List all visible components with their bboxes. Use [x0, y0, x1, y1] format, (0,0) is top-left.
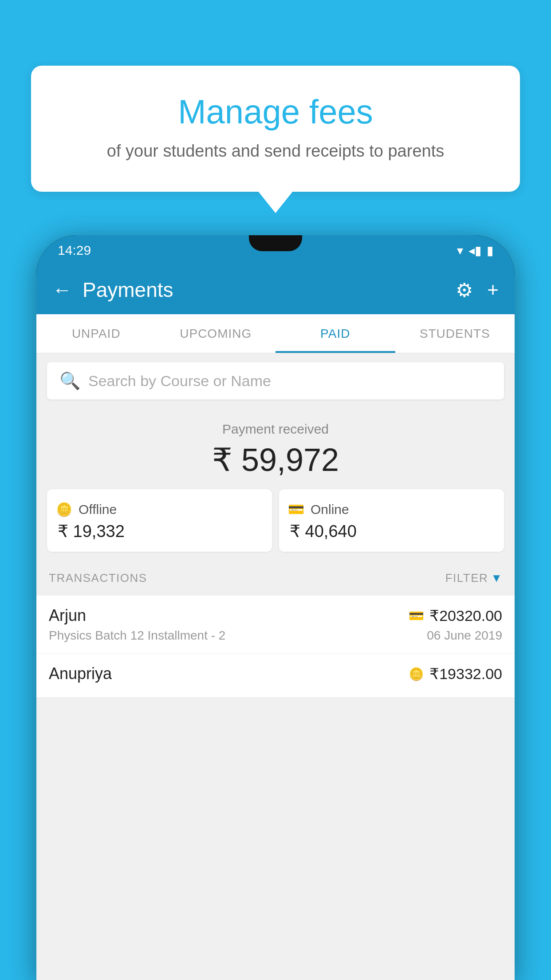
bubble-title: Manage fees — [53, 92, 498, 131]
transactions-label: TRANSACTIONS — [49, 571, 147, 585]
table-row[interactable]: Arjun 💳 ₹20320.00 Physics Batch 12 Insta… — [36, 596, 515, 654]
online-label: Online — [311, 502, 349, 517]
online-amount: ₹ 40,640 — [288, 522, 495, 541]
offline-amount: ₹ 19,332 — [56, 522, 263, 541]
filter-section[interactable]: FILTER ▼ — [445, 571, 502, 585]
tab-upcoming[interactable]: UPCOMING — [156, 314, 276, 353]
transaction-name: Anupriya — [49, 664, 112, 683]
speech-bubble: Manage fees of your students and send re… — [31, 66, 520, 192]
online-payment-icon: 💳 — [409, 609, 424, 623]
wifi-icon: ▾ — [457, 243, 463, 258]
notch — [249, 235, 302, 251]
transactions-header: TRANSACTIONS FILTER ▼ — [36, 561, 515, 596]
payment-total: ₹ 59,972 — [47, 441, 504, 478]
payment-section: Payment received ₹ 59,972 🪙 Offline ₹ 19… — [36, 408, 515, 561]
search-bar-wrap: 🔍 Search by Course or Name — [36, 353, 515, 408]
table-row[interactable]: Anupriya 🪙 ₹19332.00 — [36, 654, 515, 698]
signal-icon: ◂▮ — [468, 243, 481, 258]
add-button[interactable]: + — [487, 279, 499, 301]
offline-payment-card: 🪙 Offline ₹ 19,332 — [47, 489, 272, 552]
back-button[interactable]: ← — [52, 279, 72, 301]
search-placeholder: Search by Course or Name — [88, 372, 271, 390]
online-icon: 💳 — [288, 502, 304, 517]
app-bar: ← Payments ⚙ + — [36, 265, 515, 314]
status-icons: ▾ ◂▮ ▮ — [457, 243, 493, 258]
app-bar-left: ← Payments — [52, 278, 173, 302]
app-bar-right: ⚙ + — [456, 279, 499, 301]
tab-paid[interactable]: PAID — [276, 314, 395, 353]
transaction-date: 06 June 2019 — [427, 628, 502, 643]
payment-cards: 🪙 Offline ₹ 19,332 💳 Online ₹ 40,640 — [47, 489, 504, 552]
battery-icon: ▮ — [487, 243, 493, 258]
status-time: 14:29 — [58, 243, 91, 258]
filter-icon: ▼ — [491, 571, 502, 585]
filter-label: FILTER — [445, 571, 488, 585]
transaction-name: Arjun — [49, 606, 86, 625]
bubble-subtitle: of your students and send receipts to pa… — [53, 142, 498, 161]
transaction-amount: ₹20320.00 — [429, 607, 502, 624]
payment-label: Payment received — [47, 422, 504, 437]
offline-label: Offline — [79, 502, 117, 517]
transaction-desc: Physics Batch 12 Installment - 2 — [49, 628, 225, 643]
tab-students[interactable]: STUDENTS — [395, 314, 515, 353]
phone-frame: 14:29 ▾ ◂▮ ▮ ← Payments ⚙ + UNPAID UPCOM… — [36, 235, 515, 980]
phone-screen: UNPAID UPCOMING PAID STUDENTS 🔍 Search b… — [36, 314, 515, 980]
offline-payment-icon: 🪙 — [409, 667, 424, 681]
app-bar-title: Payments — [83, 278, 173, 302]
online-payment-card: 💳 Online ₹ 40,640 — [279, 489, 504, 552]
transaction-amount: ₹19332.00 — [429, 665, 502, 683]
offline-icon: 🪙 — [56, 502, 72, 517]
tab-unpaid[interactable]: UNPAID — [36, 314, 156, 353]
settings-icon[interactable]: ⚙ — [456, 279, 473, 301]
tabs: UNPAID UPCOMING PAID STUDENTS — [36, 314, 515, 353]
search-bar[interactable]: 🔍 Search by Course or Name — [47, 362, 504, 399]
status-bar: 14:29 ▾ ◂▮ ▮ — [36, 235, 515, 265]
search-icon: 🔍 — [59, 371, 80, 391]
